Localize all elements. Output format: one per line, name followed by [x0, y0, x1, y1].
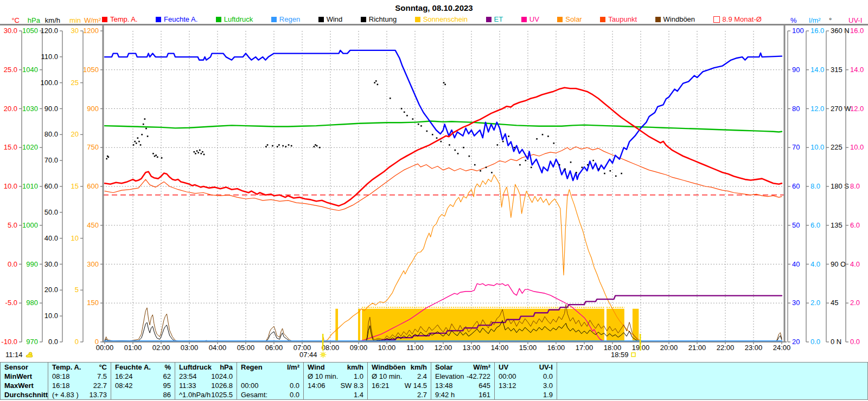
richtung-point — [161, 157, 163, 159]
cell-value: W 14.5 — [405, 381, 427, 390]
axis-tick-label: 120.0 — [40, 27, 58, 35]
cell-time: 16:18 — [52, 381, 70, 390]
axis-tick-label: 90.0 — [44, 105, 58, 113]
cell-value: 2.7 — [417, 390, 427, 399]
table-col-header: Windböenkm/h — [368, 363, 431, 372]
table-col-header: Windkm/h — [304, 363, 367, 372]
x-tick-label: 02:00 — [152, 344, 170, 352]
x-tick-label: 21:00 — [688, 344, 706, 352]
axis-tick-label: 100.0 — [40, 79, 58, 87]
table-col-header: LuftdruckhPa — [175, 363, 237, 372]
x-tick-label: 15:00 — [519, 344, 537, 352]
richtung-point — [137, 137, 139, 139]
cell-value: 0.0 — [543, 372, 553, 381]
x-tick-label: 04:00 — [209, 344, 227, 352]
col-unit: km/h — [347, 363, 363, 372]
richtung-point — [157, 156, 158, 158]
col-name: UV — [499, 363, 508, 372]
col-name: Windböen — [372, 363, 406, 372]
cell-value: 1025.5 — [211, 390, 233, 399]
richtung-point — [202, 151, 203, 153]
axis-tick-label: 20.0 — [44, 286, 58, 294]
richtung-point — [138, 141, 140, 143]
richtung-point — [432, 134, 433, 135]
richtung-point — [377, 84, 379, 86]
axis-tick-label: 300 — [87, 260, 99, 268]
table-col-regen: Regenl/m²00:000.0Gesamt:0.0 — [237, 363, 304, 399]
richtung-point — [390, 98, 391, 99]
x-tick-label: 12:00 — [435, 344, 452, 352]
x-tick-label: 01:00 — [124, 344, 142, 352]
col-name: Solar — [435, 363, 453, 372]
richtung-point — [203, 154, 205, 156]
axis-tick-label: 0 — [75, 338, 79, 346]
richtung-point — [536, 138, 538, 140]
col-name: Regen — [241, 363, 263, 372]
sunset-time: 18:59 — [611, 351, 629, 359]
table-row: 08:4295 — [111, 381, 175, 390]
richtung-point — [267, 144, 269, 146]
richtung-point — [559, 164, 560, 166]
cell-value: 13.73 — [89, 390, 107, 399]
richtung-point — [576, 172, 577, 173]
sunshine-block — [358, 309, 360, 342]
x-tick-label: 05:00 — [237, 344, 255, 352]
richtung-point — [426, 131, 428, 132]
cell-value: 1.4 — [354, 390, 363, 399]
axis-tick-label: 135 — [831, 221, 843, 229]
table-row: Elevation-42.722 — [431, 372, 494, 381]
axis-tick-label: 15 — [71, 182, 79, 190]
axis-tick-label: 5 — [75, 286, 79, 294]
richtung-point — [154, 156, 156, 157]
sunrise-marker: 07:44 — [299, 351, 327, 359]
axis-tick-label: 1050 — [22, 27, 38, 35]
richtung-point — [155, 154, 157, 156]
cell-time: 14:06 — [308, 381, 326, 390]
richtung-point — [152, 153, 154, 154]
table-col-windb-en: Windböenkm/hØ 10 min.2.416:21W 14.52.7 — [368, 363, 431, 399]
axis-tick-label: 60.0 — [44, 182, 58, 190]
table-row: 16:21W 14.5 — [368, 381, 431, 390]
x-tick-label: 13:00 — [463, 344, 481, 352]
cell-value: 645 — [478, 381, 490, 390]
axis-tick-label: -10.0 — [1, 338, 17, 346]
table-row: 16:1822.7 — [48, 381, 111, 390]
axis-unit-kmh: km/h — [45, 16, 60, 24]
cell-value: 1.9 — [543, 390, 553, 399]
richtung-point — [457, 153, 459, 154]
richtung-point — [570, 161, 572, 163]
axis-tick-label: 20.0 — [4, 105, 17, 113]
axis-tick-label: 0.0 — [48, 338, 58, 346]
table-col-sensor: SensorMinWertMaxWertDurchschnitt — [0, 363, 48, 399]
richtung-point — [375, 80, 377, 82]
axis-tick-label: 2.0 — [810, 299, 820, 307]
cell-value: -42.722 — [467, 372, 490, 381]
axis-tick-label: 0.0 — [810, 338, 820, 346]
cell-value: 7.5 — [97, 372, 107, 381]
axis-tick-label: 45 — [831, 299, 838, 307]
cell-time: 9:42 h — [435, 390, 455, 399]
axis-tick-label: 20 — [71, 130, 79, 138]
table-row: 23:541024.0 — [175, 372, 237, 381]
richtung-point — [463, 147, 464, 148]
richtung-point — [474, 164, 476, 166]
cell-value: 3.0 — [543, 381, 553, 390]
table-col-header: Regenl/m² — [237, 363, 303, 372]
axis-tick-label: 10.0 — [4, 182, 17, 190]
table-row: 00:000.0 — [237, 381, 303, 390]
cell-time: Ø 10 min. — [308, 372, 338, 381]
richtung-point — [272, 145, 273, 147]
axis-tick-label: 30 — [792, 299, 800, 307]
axis-tick-label: 16.0 — [810, 27, 824, 35]
richtung-point — [508, 135, 509, 137]
cell-time: Gesamt: — [241, 390, 267, 399]
cell-value: 1024.0 — [211, 372, 233, 381]
col-unit: % — [164, 363, 171, 372]
axis-tick-label: 150 — [87, 299, 99, 307]
axis-tick-label: 990 — [26, 260, 38, 268]
table-col-luftdruck: LuftdruckhPa23:541024.011:331026.8^1.0hP… — [175, 363, 237, 399]
axis-tick-label: 6.0 — [810, 221, 820, 229]
cell-value: 1026.8 — [211, 381, 233, 390]
richtung-point — [598, 169, 600, 170]
richtung-point — [374, 82, 375, 83]
